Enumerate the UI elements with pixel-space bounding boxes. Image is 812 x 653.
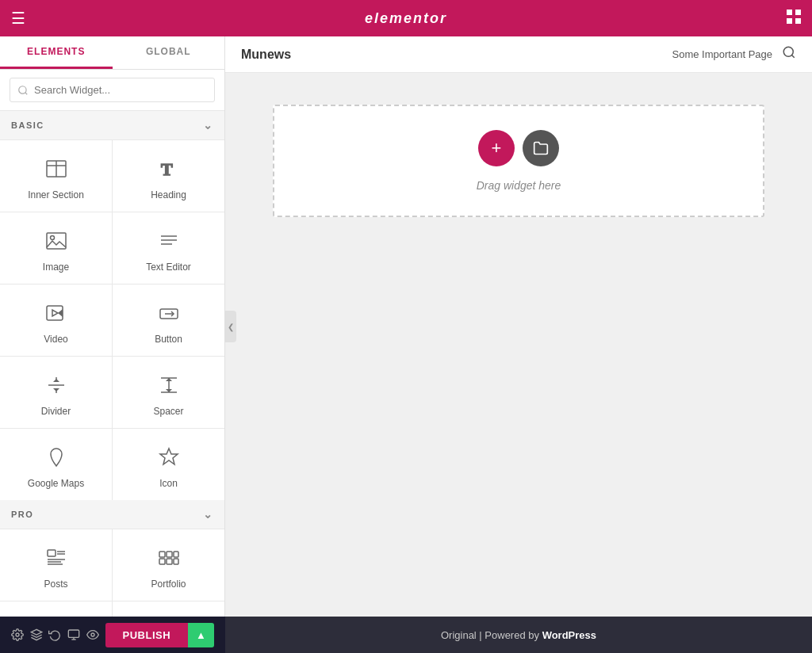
grid-icon[interactable] [787,10,801,28]
pro-chevron-icon: ⌄ [203,508,214,521]
svg-point-48 [783,47,793,56]
widget-spacer[interactable]: Spacer [113,357,224,428]
spacer-icon [155,371,183,399]
search-input[interactable] [10,78,215,102]
widget-google-maps-label: Google Maps [28,478,84,489]
svg-rect-30 [48,550,56,556]
settings-icon[interactable] [11,628,24,641]
search-container [0,70,224,111]
svg-rect-41 [174,559,178,564]
canvas-topbar: Munews Some Important Page [225,36,812,73]
widget-video[interactable]: Video [0,284,112,356]
widget-image[interactable]: Image [0,212,112,284]
sidebar-bottom: PUBLISH ▲ [0,617,225,653]
history-icon[interactable] [48,628,61,641]
hamburger-icon[interactable]: ☰ [11,9,25,28]
canvas-content: + Drag widget here [225,73,812,617]
widget-text-editor-label: Text Editor [146,262,191,273]
widget-portfolio-label: Portfolio [151,579,186,590]
widget-slides[interactable]: Slides [0,601,112,617]
pro-section-header[interactable]: PRO ⌄ [0,500,224,529]
page-info: Some Important Page [672,45,796,63]
canvas-bottom: Original | Powered by WordPress [225,617,812,653]
publish-button[interactable]: PUBLISH [105,623,189,647]
pro-section-label: PRO [11,510,33,519]
svg-point-55 [91,633,94,636]
canvas-search-icon[interactable] [782,45,796,63]
page-name: Some Important Page [672,48,772,60]
text-editor-icon [155,227,183,255]
svg-text:T: T [161,159,173,179]
tab-global[interactable]: GLOBAL [113,36,225,69]
widget-icon[interactable]: Icon [113,429,224,500]
svg-rect-37 [167,552,172,557]
widget-heading[interactable]: T Heading [113,140,224,212]
svg-point-50 [16,633,19,636]
widget-spacer-label: Spacer [153,406,183,417]
svg-rect-3 [795,18,801,24]
svg-marker-51 [31,629,41,635]
basic-chevron-icon: ⌄ [203,119,214,132]
posts-icon [42,544,71,572]
svg-rect-39 [159,559,165,564]
google-maps-icon [42,443,71,472]
widget-image-label: Image [43,262,69,273]
add-widget-button[interactable]: + [478,130,515,166]
widget-inner-section-label: Inner Section [28,189,84,200]
widget-heading-label: Heading [151,189,186,200]
elementor-logo: elementor [365,10,447,27]
inner-section-icon [42,155,71,183]
svg-point-28 [54,452,59,456]
video-icon [42,299,71,327]
eye-icon[interactable] [86,628,99,641]
basic-section-header[interactable]: BASIC ⌄ [0,111,224,139]
widget-google-maps[interactable]: Google Maps [0,429,112,500]
widget-divider[interactable]: Divider [0,357,112,428]
widget-video-label: Video [44,334,67,345]
drop-buttons: + [478,130,559,166]
slides-icon [42,616,71,617]
divider-icon [42,371,71,399]
svg-rect-52 [68,630,79,637]
bottom-bar: PUBLISH ▲ Original | Powered by WordPres… [0,617,812,653]
svg-rect-38 [174,552,178,557]
svg-line-49 [791,55,794,57]
svg-marker-15 [52,310,58,316]
drop-zone[interactable]: + Drag widget here [273,105,764,217]
icon-icon [155,443,183,472]
footer-text: Original | Powered by WordPress [441,629,596,641]
svg-rect-1 [795,10,801,15]
widgets-area: BASIC ⌄ Inner Section T [0,111,224,617]
svg-rect-8 [47,233,66,249]
collapse-handle[interactable]: ❮ [225,311,236,342]
responsive-icon[interactable] [67,628,80,641]
site-name: Munews [241,48,291,62]
widget-button[interactable]: Button [113,284,224,356]
svg-point-9 [50,236,54,240]
widget-button-label: Button [155,334,182,345]
svg-rect-40 [167,559,172,564]
svg-marker-29 [160,449,178,464]
add-section-button[interactable] [523,130,559,166]
widget-icon-label: Icon [159,478,178,489]
widget-display[interactable]: Display [113,601,224,617]
widget-posts-label: Posts [44,579,67,590]
widget-inner-section[interactable]: Inner Section [0,140,112,212]
widget-text-editor[interactable]: Text Editor [113,212,224,284]
publish-btn-group: PUBLISH ▲ [105,623,214,647]
widget-posts[interactable]: Posts [0,529,112,601]
widget-portfolio[interactable]: Portfolio [113,529,224,601]
svg-rect-2 [787,18,792,24]
publish-arrow-button[interactable]: ▲ [188,623,214,647]
basic-section-label: BASIC [11,120,44,130]
image-icon [42,227,71,255]
portfolio-icon [155,544,183,572]
basic-widgets-grid: Inner Section T Heading Ima [0,139,224,500]
top-bar: ☰ elementor [0,0,812,36]
drop-text: Drag widget here [477,179,561,192]
display-icon [155,616,183,617]
widget-divider-label: Divider [41,406,71,417]
layers-icon[interactable] [30,628,43,641]
button-icon [155,299,183,327]
tab-elements[interactable]: ELEMENTS [0,36,113,69]
